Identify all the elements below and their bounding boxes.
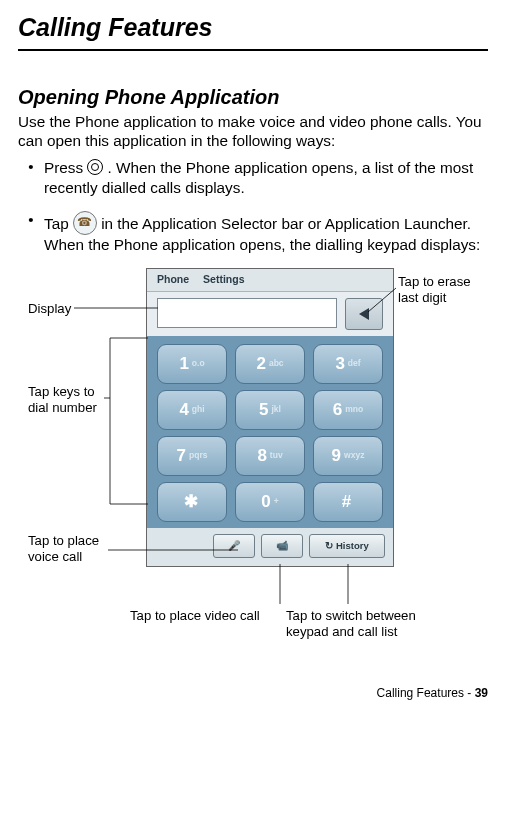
- history-label: ↻ History: [325, 540, 368, 552]
- key-2[interactable]: 2abc: [235, 344, 305, 384]
- bullet-item: • Tap in the Application Selector bar or…: [18, 211, 488, 254]
- key-num: 9: [332, 445, 341, 466]
- footer-text: Calling Features -: [377, 686, 475, 700]
- bullet-pre: Tap: [44, 215, 73, 232]
- key-8[interactable]: 8tuv: [235, 436, 305, 476]
- bullet-pre: Press: [44, 159, 87, 176]
- key-7[interactable]: 7pqrs: [157, 436, 227, 476]
- voice-call-button[interactable]: 🎤: [213, 534, 255, 558]
- key-sub: ghi: [192, 404, 205, 415]
- label-history: Tap to switch between keypad and call li…: [286, 608, 426, 640]
- bullet-marker: •: [18, 158, 44, 196]
- video-call-button[interactable]: 📹: [261, 534, 303, 558]
- key-0[interactable]: 0+: [235, 482, 305, 522]
- key-sub: def: [348, 358, 361, 369]
- key-num: 6: [333, 399, 342, 420]
- key-9[interactable]: 9wxyz: [313, 436, 383, 476]
- key-1[interactable]: 1o.o: [157, 344, 227, 384]
- bullet-text: Tap in the Application Selector bar or A…: [44, 211, 488, 254]
- key-num: 4: [179, 399, 188, 420]
- key-num: 3: [335, 353, 344, 374]
- key-star[interactable]: ✱: [157, 482, 227, 522]
- mic-icon: 🎤: [228, 540, 240, 553]
- bullet-list: • Press . When the Phone application ope…: [18, 158, 488, 253]
- phone-app-screenshot: Phone Settings 1o.o 2abc 3def 4ghi 5jkl …: [146, 268, 394, 567]
- bullet-post: . When the Phone application opens, a li…: [44, 159, 473, 195]
- key-num: 5: [259, 399, 268, 420]
- key-4[interactable]: 4ghi: [157, 390, 227, 430]
- key-5[interactable]: 5jkl: [235, 390, 305, 430]
- app-tabbar: Phone Settings: [147, 269, 393, 292]
- label-display: Display: [28, 301, 71, 317]
- key-num: 7: [177, 445, 186, 466]
- bullet-marker: •: [18, 211, 44, 254]
- key-sub: mno: [345, 404, 363, 415]
- annotated-diagram: Phone Settings 1o.o 2abc 3def 4ghi 5jkl …: [18, 268, 488, 678]
- history-button[interactable]: ↻ History: [309, 534, 385, 558]
- phone-app-icon: [73, 211, 97, 235]
- label-erase: Tap to erase last digit: [398, 274, 488, 306]
- key-sub: abc: [269, 358, 284, 369]
- label-place-voice: Tap to place voice call: [28, 533, 118, 565]
- key-6[interactable]: 6mno: [313, 390, 383, 430]
- label-dial: Tap keys to dial number: [28, 384, 108, 416]
- tab-phone[interactable]: Phone: [157, 273, 189, 286]
- key-sub: pqrs: [189, 450, 207, 461]
- key-3[interactable]: 3def: [313, 344, 383, 384]
- press-key-icon: [87, 159, 103, 175]
- key-hash[interactable]: #: [313, 482, 383, 522]
- key-sub: o.o: [192, 358, 205, 369]
- key-num: #: [342, 491, 351, 512]
- page-title: Calling Features: [18, 12, 488, 43]
- bottom-bar: 🎤 📹 ↻ History: [147, 528, 393, 566]
- key-num: 2: [256, 353, 265, 374]
- back-arrow-icon: [359, 308, 369, 320]
- section-title: Opening Phone Application: [18, 85, 488, 110]
- bullet-post: in the Application Selector bar or Appli…: [44, 215, 480, 253]
- video-icon: 📹: [276, 540, 288, 553]
- key-num: 1: [179, 353, 188, 374]
- page-footer: Calling Features - 39: [18, 686, 488, 701]
- key-sub: +: [274, 496, 279, 507]
- key-num: ✱: [184, 491, 198, 512]
- bullet-item: • Press . When the Phone application ope…: [18, 158, 488, 196]
- dialed-number-display: [157, 298, 337, 328]
- key-sub: wxyz: [344, 450, 364, 461]
- title-rule: [18, 49, 488, 51]
- display-row: [147, 292, 393, 336]
- label-place-video: Tap to place video call: [130, 608, 260, 624]
- key-num: 0: [261, 491, 270, 512]
- page-number: 39: [475, 686, 488, 700]
- key-sub: jkl: [272, 404, 281, 415]
- erase-button[interactable]: [345, 298, 383, 330]
- intro-text: Use the Phone application to make voice …: [18, 112, 488, 150]
- key-num: 8: [257, 445, 266, 466]
- bullet-text: Press . When the Phone application opens…: [44, 158, 488, 196]
- key-sub: tuv: [270, 450, 283, 461]
- tab-settings[interactable]: Settings: [203, 273, 244, 286]
- dial-keypad: 1o.o 2abc 3def 4ghi 5jkl 6mno 7pqrs 8tuv…: [147, 336, 393, 528]
